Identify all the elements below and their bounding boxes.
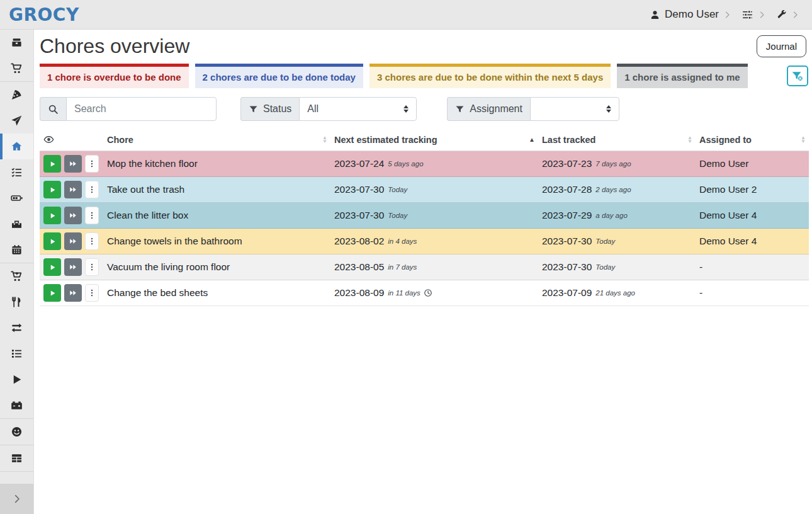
track-chore-button[interactable] bbox=[43, 181, 61, 198]
sidebar-item-list[interactable] bbox=[0, 341, 33, 367]
ellipsis-v-icon bbox=[87, 263, 96, 271]
sidebar-item-table[interactable] bbox=[0, 445, 33, 471]
banner-due-soon[interactable]: 3 chores are due to be done within the n… bbox=[369, 64, 611, 88]
skip-chore-button[interactable] bbox=[64, 207, 82, 224]
skip-chore-button[interactable] bbox=[64, 232, 82, 250]
grocy-logo[interactable]: GROCY bbox=[9, 4, 79, 25]
fast-forward-icon bbox=[69, 186, 77, 193]
track-chore-button[interactable] bbox=[43, 258, 61, 276]
assignment-filter-group: Assignment bbox=[447, 97, 619, 121]
sidebar-item-utensils[interactable] bbox=[0, 289, 33, 315]
sidebar-item-toolbox[interactable] bbox=[0, 211, 33, 237]
column-header-chore[interactable]: Chore▲▼ bbox=[103, 128, 330, 151]
assigned-to-cell: Demo User bbox=[696, 151, 809, 177]
user-menu-label: Demo User bbox=[665, 8, 719, 21]
assigned-to-cell: Demo User 4 bbox=[696, 203, 809, 229]
row-menu-button[interactable] bbox=[85, 181, 99, 198]
row-actions-cell bbox=[40, 254, 103, 280]
row-menu-button[interactable] bbox=[85, 232, 99, 250]
sort-asc-icon: ▲ bbox=[529, 137, 535, 143]
sidebar-item-car-battery[interactable] bbox=[0, 392, 33, 418]
banner-overdue[interactable]: 1 chore is overdue to be done bbox=[40, 64, 189, 88]
row-actions-cell bbox=[40, 177, 103, 203]
wrench-icon bbox=[776, 9, 787, 20]
admin-menu[interactable] bbox=[776, 9, 799, 20]
last-tracked-cell: 2023-07-30Today bbox=[538, 254, 696, 280]
sidebar-item-home[interactable] bbox=[0, 134, 33, 159]
column-header-last-tracked[interactable]: Last tracked▲▼ bbox=[538, 128, 696, 151]
search-icon bbox=[48, 104, 59, 115]
row-menu-button[interactable] bbox=[85, 284, 99, 302]
skip-chore-button[interactable] bbox=[64, 181, 82, 198]
track-chore-button[interactable] bbox=[43, 207, 61, 224]
sidebar-item-tasks[interactable] bbox=[0, 159, 33, 185]
box-icon bbox=[11, 37, 23, 49]
clock-icon bbox=[424, 288, 432, 297]
table-row: Mop the kitchen floor 2023-07-245 days a… bbox=[40, 151, 809, 177]
main-content: Chores overview Journal 1 chore is overd… bbox=[34, 30, 812, 514]
skip-chore-button[interactable] bbox=[64, 258, 82, 276]
sidebar-item-shopping-cart[interactable] bbox=[0, 55, 33, 81]
skip-chore-button[interactable] bbox=[64, 155, 82, 173]
sidebar-divider bbox=[0, 471, 33, 472]
row-menu-button[interactable] bbox=[85, 258, 99, 276]
chore-name-cell: Change towels in the bathroom bbox=[103, 229, 330, 254]
toolbox-icon bbox=[11, 218, 23, 230]
user-menu[interactable]: Demo User bbox=[650, 8, 731, 21]
next-tracking-cell: 2023-07-245 days ago bbox=[330, 151, 538, 177]
skip-chore-button[interactable] bbox=[64, 284, 82, 302]
calendar-icon bbox=[11, 244, 23, 256]
banner-assigned-me[interactable]: 1 chore is assigned to me bbox=[617, 64, 747, 88]
fast-forward-icon bbox=[69, 212, 77, 219]
pizza-slice-icon bbox=[11, 89, 23, 101]
select-caret-icon bbox=[606, 105, 611, 113]
clear-filters-button[interactable] bbox=[787, 66, 808, 86]
topbar-menus: Demo User bbox=[650, 8, 799, 21]
utensils-icon bbox=[11, 296, 23, 308]
filter-remove-icon bbox=[791, 70, 804, 83]
next-tracking-cell: 2023-08-09in 11 days bbox=[330, 280, 538, 306]
sidebar-item-pizza-slice[interactable] bbox=[0, 82, 33, 108]
sidebar-item-battery[interactable] bbox=[0, 185, 33, 211]
column-header-assigned-to[interactable]: Assigned to▲▼ bbox=[696, 128, 809, 151]
table-body: Mop the kitchen floor 2023-07-245 days a… bbox=[40, 151, 809, 306]
row-menu-button[interactable] bbox=[85, 155, 99, 173]
row-menu-button[interactable] bbox=[85, 207, 99, 224]
sidebar-item-paper-plane[interactable] bbox=[0, 108, 33, 134]
next-tracking-cell: 2023-07-30Today bbox=[330, 177, 538, 203]
track-chore-button[interactable] bbox=[43, 284, 61, 302]
sidebar-item-play[interactable] bbox=[0, 367, 33, 392]
last-tracked-cell: 2023-07-0921 days ago bbox=[538, 280, 696, 306]
next-tracking-cell: 2023-07-30Today bbox=[330, 203, 538, 229]
visibility-column-header bbox=[40, 128, 103, 151]
sidebar-item-smiley[interactable] bbox=[0, 419, 33, 445]
sliders-icon bbox=[742, 9, 753, 21]
sidebar-item-cart-plus[interactable] bbox=[0, 263, 33, 289]
fast-forward-icon bbox=[69, 263, 77, 271]
assignment-select[interactable] bbox=[530, 97, 619, 121]
tasks-icon bbox=[11, 166, 23, 178]
sidebar-item-box[interactable] bbox=[0, 30, 33, 55]
track-chore-button[interactable] bbox=[43, 155, 61, 173]
journal-button[interactable]: Journal bbox=[757, 35, 806, 57]
assignment-filter-label: Assignment bbox=[447, 97, 530, 121]
status-select[interactable]: All bbox=[299, 97, 417, 121]
status-select-value: All bbox=[307, 103, 319, 115]
settings-menu[interactable] bbox=[742, 9, 766, 21]
column-header-next-estimated-tracking[interactable]: Next estimated tracking▲ bbox=[330, 128, 538, 151]
cart-plus-icon bbox=[11, 270, 23, 282]
search-input[interactable] bbox=[66, 97, 217, 121]
banner-due-today[interactable]: 2 chores are due to be done today bbox=[195, 64, 363, 88]
home-icon bbox=[11, 140, 23, 152]
track-chore-button[interactable] bbox=[43, 232, 61, 250]
table-row: Vacuum the living room floor 2023-08-05i… bbox=[40, 254, 809, 280]
sidebar-item-calendar[interactable] bbox=[0, 237, 33, 263]
play-icon bbox=[11, 374, 23, 386]
row-actions-cell bbox=[40, 229, 103, 254]
sidebar-collapse-toggle[interactable] bbox=[0, 484, 33, 514]
battery-icon bbox=[11, 192, 23, 204]
list-icon bbox=[11, 348, 23, 360]
exchange-icon bbox=[11, 322, 23, 334]
last-tracked-cell: 2023-07-30Today bbox=[538, 229, 696, 254]
sidebar-item-exchange[interactable] bbox=[0, 315, 33, 341]
